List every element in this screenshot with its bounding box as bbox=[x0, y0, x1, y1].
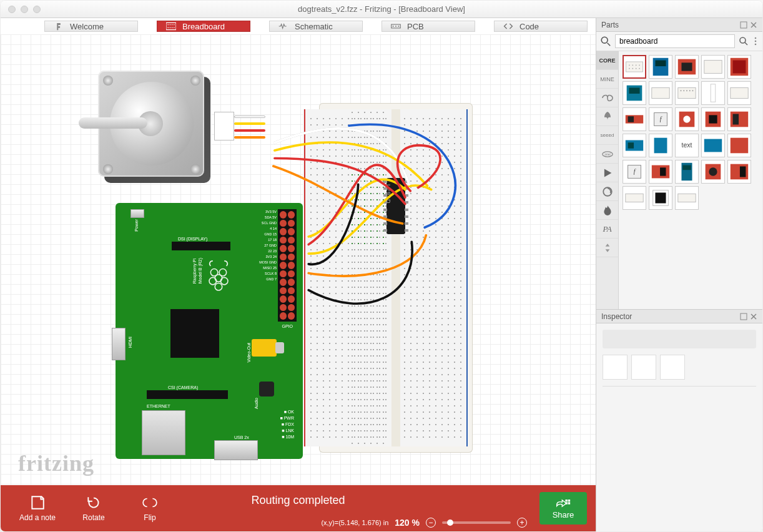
part-thumbnail[interactable] bbox=[623, 81, 646, 105]
part-thumbnail[interactable] bbox=[727, 81, 751, 105]
svg-text:text: text bbox=[682, 142, 692, 149]
share-icon bbox=[556, 498, 571, 509]
part-thumbnail[interactable] bbox=[675, 81, 699, 105]
part-thumbnail[interactable] bbox=[727, 134, 751, 157]
breadboard-canvas[interactable]: L293D Power DSI (DISPLAY) CSI (CAMERA) V bbox=[1, 34, 596, 485]
bin-play[interactable] bbox=[596, 164, 618, 182]
tab-label: Breadboard bbox=[182, 22, 225, 31]
close-icon[interactable] bbox=[750, 21, 757, 29]
pcb-icon bbox=[391, 22, 401, 31]
bin-core[interactable]: CORE bbox=[596, 51, 618, 70]
add-note-button[interactable]: Add a note bbox=[9, 495, 66, 522]
bin-contrib[interactable] bbox=[596, 182, 618, 201]
tab-welcome[interactable]: Welcome bbox=[44, 21, 138, 32]
traffic-lights bbox=[8, 6, 41, 13]
close-icon[interactable] bbox=[750, 313, 757, 320]
svg-rect-88 bbox=[678, 194, 696, 202]
part-thumbnail[interactable] bbox=[649, 134, 672, 157]
part-thumbnail[interactable]: f bbox=[623, 160, 646, 184]
bin-fire[interactable] bbox=[596, 201, 618, 220]
part-thumbnail[interactable] bbox=[727, 107, 751, 131]
part-thumbnail[interactable] bbox=[701, 134, 725, 157]
detach-icon[interactable] bbox=[740, 21, 747, 29]
stepper-motor[interactable] bbox=[76, 71, 213, 189]
minimize-icon[interactable] bbox=[21, 6, 28, 13]
inspector-thumb[interactable] bbox=[660, 355, 685, 380]
part-thumbnail[interactable] bbox=[727, 160, 751, 184]
share-button[interactable]: Share bbox=[539, 492, 587, 525]
part-thumbnail[interactable] bbox=[649, 81, 672, 105]
cursor-coords: (x,y)=(5.148, 1.676) in bbox=[321, 519, 388, 526]
part-thumbnail[interactable] bbox=[701, 107, 725, 131]
part-thumbnail[interactable] bbox=[675, 55, 699, 79]
part-thumbnail[interactable] bbox=[623, 107, 646, 131]
svg-rect-22 bbox=[568, 502, 570, 504]
bin-intel[interactable]: intel bbox=[596, 145, 618, 164]
schematic-icon bbox=[278, 22, 288, 31]
ethernet-port bbox=[142, 410, 185, 455]
bin-mine[interactable]: MINE bbox=[596, 70, 618, 89]
tab-pcb[interactable]: PCB bbox=[382, 21, 475, 32]
zoom-out-button[interactable]: − bbox=[426, 518, 436, 528]
tab-code[interactable]: Code bbox=[494, 21, 588, 32]
inspector-thumb[interactable] bbox=[603, 355, 628, 380]
svg-point-4 bbox=[174, 24, 175, 26]
gpio-pin-labels: 3V3 5VSDA 5VSCL GND4 14GND 1517 1827 GND… bbox=[258, 209, 277, 322]
close-icon[interactable] bbox=[8, 6, 16, 13]
svg-point-11 bbox=[395, 26, 396, 27]
window-title: dogtreats_v2.fzz - Fritzing - [Breadboar… bbox=[1, 4, 762, 14]
bin-pa[interactable]: PA bbox=[596, 220, 618, 239]
svg-rect-71 bbox=[654, 138, 667, 154]
svg-point-25 bbox=[740, 37, 746, 43]
svg-text:intel: intel bbox=[604, 152, 610, 155]
part-thumbnail[interactable] bbox=[675, 186, 699, 210]
part-thumbnail[interactable] bbox=[701, 55, 725, 79]
part-thumbnail[interactable] bbox=[649, 186, 672, 210]
zoom-slider[interactable] bbox=[442, 521, 511, 524]
svg-rect-21 bbox=[565, 502, 567, 504]
part-thumbnail[interactable]: text bbox=[675, 134, 699, 157]
svg-rect-19 bbox=[565, 500, 567, 501]
breadboard[interactable]: L293D bbox=[319, 103, 473, 453]
inspector-thumb[interactable] bbox=[631, 355, 656, 380]
search-options-icon[interactable] bbox=[752, 36, 759, 46]
part-thumbnail[interactable] bbox=[701, 81, 725, 105]
part-thumbnail[interactable] bbox=[701, 160, 725, 184]
part-thumbnail[interactable] bbox=[675, 107, 699, 131]
svg-point-2 bbox=[170, 24, 171, 26]
ic-l293d[interactable]: L293D bbox=[386, 178, 405, 234]
tab-schematic[interactable]: Schematic bbox=[269, 21, 363, 32]
bin-seeed[interactable]: seeed bbox=[596, 126, 618, 145]
part-thumbnail[interactable] bbox=[623, 55, 646, 79]
part-thumbnail[interactable] bbox=[649, 160, 672, 184]
svg-point-17 bbox=[220, 277, 228, 285]
bin-parallax[interactable] bbox=[596, 107, 618, 126]
zoom-icon[interactable] bbox=[33, 6, 41, 13]
part-thumbnail[interactable] bbox=[727, 55, 751, 79]
parts-search-input[interactable] bbox=[615, 34, 735, 48]
part-thumbnail[interactable] bbox=[623, 134, 646, 157]
bin-arduino[interactable] bbox=[596, 89, 618, 107]
svg-point-8 bbox=[174, 27, 175, 29]
parts-search-row bbox=[596, 32, 762, 51]
detach-icon[interactable] bbox=[740, 313, 747, 320]
svg-point-64 bbox=[683, 116, 690, 122]
part-thumbnail[interactable] bbox=[623, 186, 646, 210]
part-thumbnail[interactable] bbox=[675, 160, 699, 184]
zoom-in-button[interactable]: + bbox=[517, 518, 527, 528]
part-thumbnail[interactable] bbox=[649, 55, 672, 79]
note-icon bbox=[29, 495, 46, 511]
raspberry-pi[interactable]: Power DSI (DISPLAY) CSI (CAMERA) Video-O… bbox=[116, 203, 303, 459]
rotate-button[interactable]: Rotate bbox=[66, 495, 122, 522]
svg-point-34 bbox=[632, 64, 633, 66]
flip-button[interactable]: Flip bbox=[122, 495, 178, 522]
part-thumbnail[interactable]: f bbox=[649, 107, 672, 131]
inspector-name-field[interactable] bbox=[603, 330, 756, 348]
tab-breadboard[interactable]: Breadboard bbox=[157, 21, 250, 32]
svg-rect-89 bbox=[741, 313, 747, 320]
search-go-icon[interactable] bbox=[739, 36, 749, 46]
gpio-header[interactable] bbox=[278, 209, 297, 322]
bin-scroll[interactable] bbox=[596, 239, 618, 257]
code-icon bbox=[503, 22, 513, 31]
svg-rect-0 bbox=[166, 22, 176, 29]
